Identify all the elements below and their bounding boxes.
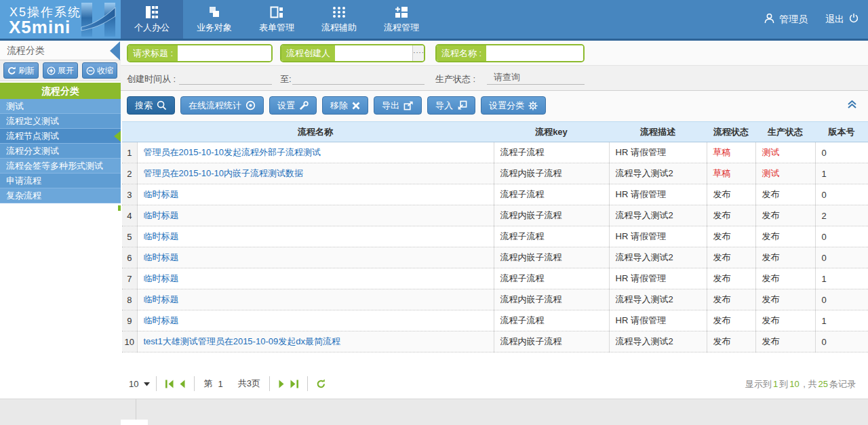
nav-tab-4[interactable]: 流程辅助 (308, 0, 370, 39)
create-time-to-label: 至: (280, 73, 292, 85)
cell-prod: 测试 (755, 142, 815, 163)
cell-ver: 2 (815, 205, 868, 226)
col-name[interactable]: 流程名称 (137, 122, 494, 142)
last-page-button[interactable] (290, 379, 299, 389)
search-band: 请求标题 :流程创建人·····流程名称 : (121, 41, 868, 66)
sidebar-items: 测试流程定义测试流程节点测试流程分支测试流程会签等多种形式测试申请流程复杂流程 (0, 99, 121, 203)
create-time-from-label: 创建时间从 : (127, 73, 176, 85)
footer-scroll-thumb[interactable] (121, 420, 148, 425)
next-page-button[interactable] (278, 379, 285, 389)
main-content: 请求标题 :流程创建人·····流程名称 : 创建时间从 : 至: 生产状态 :… (121, 41, 868, 399)
table-row-10: 10test1大雄测试管理员在2015-10-09发起dx最简流程流程内嵌子流程… (122, 331, 868, 352)
reload-button[interactable] (316, 379, 326, 389)
prev-page-button[interactable] (178, 379, 186, 389)
cell-key: 流程内嵌子流程 (494, 163, 609, 184)
toolbar-band: 搜索在线流程统计设置移除导出导入设置分类 (121, 91, 868, 121)
sidebar-item-1[interactable]: 测试 (0, 99, 121, 114)
toolbar-button-6[interactable]: 导入 (427, 96, 475, 115)
toolbar-button-label: 移除 (330, 100, 348, 112)
sidebar-collapse-arrow[interactable] (110, 41, 120, 60)
create-time-from-input[interactable] (179, 71, 272, 85)
process-name-link[interactable]: 临时标题 (144, 294, 179, 304)
logout-link[interactable]: 退出 (825, 14, 844, 26)
records-summary: 显示到1到10 , 共25条记录 (745, 378, 856, 390)
table-row-9: 9临时标题流程子流程HR 请假管理发布发布1 (122, 310, 868, 331)
sidebar-button-2[interactable]: 展开 (43, 62, 78, 79)
user-icon (764, 13, 775, 26)
cell-key: 流程内嵌子流程 (494, 331, 609, 352)
toolbar-button-2[interactable]: 在线流程统计 (180, 96, 264, 115)
process-name-link[interactable]: 临时标题 (144, 189, 179, 199)
sidebar-item-label: 流程定义测试 (6, 116, 59, 126)
prod-status-select[interactable]: 请查询 (487, 71, 585, 85)
cross-icon (352, 102, 360, 110)
cell-num: 9 (122, 310, 137, 331)
cell-name: test1大雄测试管理员在2015-10-09发起dx最简流程 (137, 331, 494, 352)
page-number-input[interactable]: 1 (218, 379, 222, 389)
toolbar-button-7[interactable]: 设置分类 (481, 96, 546, 115)
sidebar-item-2[interactable]: 流程定义测试 (0, 114, 121, 129)
toolbar-button-4[interactable]: 移除 (322, 96, 368, 115)
cell-prod: 发布 (755, 184, 815, 205)
search-field-3: 流程名称 : (435, 44, 585, 62)
create-time-to-input[interactable] (292, 71, 425, 85)
cell-prod: 发布 (755, 310, 815, 331)
search-field-input[interactable] (335, 45, 412, 61)
sidebar-button-1[interactable]: 刷新 (3, 62, 39, 79)
nav-tab-5[interactable]: 流程管理 (370, 0, 433, 39)
process-name-link[interactable]: test1大雄测试管理员在2015-10-09发起dx最简流程 (144, 336, 340, 346)
power-icon[interactable] (848, 13, 859, 26)
table-row-5: 5临时标题流程子流程HR 请假管理发布发布0 (122, 226, 868, 247)
toolbar-button-3[interactable]: 设置 (269, 96, 317, 115)
col-desc[interactable]: 流程描述 (609, 122, 707, 142)
nav-tab-2[interactable]: 业务对象 (183, 0, 245, 39)
toolbar-button-label: 在线流程统计 (189, 100, 241, 112)
process-name-link[interactable]: 管理员在2015-10-10内嵌子流程测试数据 (144, 168, 304, 178)
search-field-input[interactable] (486, 45, 583, 61)
table-row-6: 6临时标题流程内嵌子流程流程导入测试2发布发布0 (122, 247, 868, 268)
cell-status: 发布 (707, 289, 755, 310)
toolbar-button-5[interactable]: 导出 (374, 96, 422, 115)
col-ver[interactable]: 版本号 (815, 122, 868, 142)
process-name-link[interactable]: 临时标题 (144, 252, 179, 262)
nav-tab-1[interactable]: 个人办公 (121, 0, 183, 39)
process-name-link[interactable]: 临时标题 (144, 273, 179, 283)
cell-status: 草稿 (707, 163, 755, 184)
cell-status: 发布 (707, 184, 755, 205)
cell-key: 流程子流程 (494, 226, 609, 247)
cell-num: 8 (122, 289, 137, 310)
col-prod[interactable]: 生产状态 (755, 122, 815, 142)
first-page-button[interactable] (165, 379, 174, 389)
col-status[interactable]: 流程状态 (707, 122, 755, 142)
sidebar-item-5[interactable]: 流程会签等多种形式测试 (0, 159, 121, 174)
process-name-link[interactable]: 临时标题 (144, 231, 179, 241)
col-key[interactable]: 流程key (494, 122, 609, 142)
nav-tab-3[interactable]: 表单管理 (245, 0, 308, 39)
page-size-value: 10 (129, 379, 138, 389)
sidebar-section-title: 流程分类 (0, 83, 121, 99)
process-name-link[interactable]: 临时标题 (144, 210, 179, 220)
cell-status: 发布 (707, 268, 755, 289)
cell-ver: 1 (815, 268, 868, 289)
app-subtitle: X5mini (9, 17, 71, 38)
process-name-link[interactable]: 临时标题 (144, 315, 179, 325)
cell-name: 临时标题 (137, 184, 494, 205)
sidebar-button-label: 收缩 (97, 65, 113, 77)
sidebar-item-7[interactable]: 复杂流程 (0, 188, 121, 203)
process-name-link[interactable]: 管理员在2015-10-10发起流程外部子流程测试 (144, 147, 321, 157)
table-row-3: 3临时标题流程子流程HR 请假管理发布发布0 (122, 184, 868, 205)
search-icon (157, 100, 167, 110)
sidebar-item-4[interactable]: 流程分支测试 (0, 144, 121, 159)
search-field-input[interactable] (178, 45, 271, 61)
collapse-search-icon[interactable] (846, 99, 858, 112)
cell-desc: HR 请假管理 (609, 184, 707, 205)
page-size-select[interactable]: 10 (129, 379, 150, 389)
sidebar-button-3[interactable]: 收缩 (82, 62, 117, 79)
cell-prod: 发布 (755, 247, 815, 268)
toolbar-button-1[interactable]: 搜索 (127, 96, 175, 115)
cell-num: 10 (122, 331, 137, 352)
sidebar-item-3[interactable]: 流程节点测试 (0, 129, 121, 144)
sidebar-item-6[interactable]: 申请流程 (0, 174, 121, 188)
picker-more-button[interactable]: ····· (412, 45, 424, 61)
user-name[interactable]: 管理员 (779, 14, 808, 26)
